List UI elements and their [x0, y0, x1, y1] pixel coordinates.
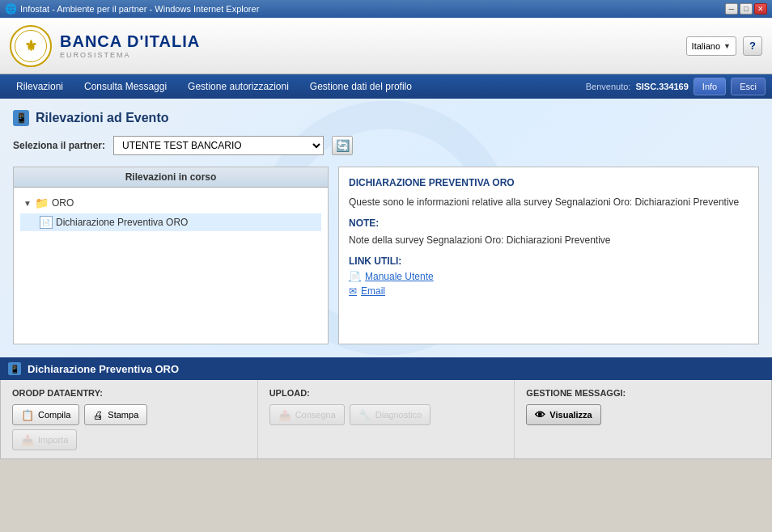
importa-button[interactable]: 📥 Importa: [12, 429, 77, 450]
orodp-row2: 📥 Importa: [12, 429, 246, 450]
upload-panel: UPLOAD: 📤 Consegna 🔧 Diagnostico: [258, 380, 515, 458]
username-label: SISC.334169: [635, 82, 688, 91]
close-button[interactable]: ✕: [754, 3, 767, 15]
minimize-button[interactable]: ─: [725, 3, 738, 15]
document-icon: 📄: [40, 216, 53, 229]
tree-area: ▼ 📁 ORO 📄 Dichiarazione Preventiva ORO: [14, 188, 328, 238]
page-title-area: 📱 Rilevazioni ad Evento: [13, 110, 759, 126]
bottom-title-icon: 📱: [8, 362, 21, 375]
titlebar-controls: ─ □ ✕: [725, 3, 767, 15]
bottom-title: Dichiarazione Preventiva ORO: [28, 363, 179, 375]
info-button[interactable]: Info: [694, 78, 726, 95]
visualizza-label: Visualizza: [549, 410, 592, 420]
nav-consulta-messaggi[interactable]: Consulta Messaggi: [74, 78, 176, 95]
help-button[interactable]: ?: [743, 36, 762, 56]
left-panel: Rilevazioni in corso ▼ 📁 ORO 📄 Dichiaraz…: [13, 167, 329, 344]
logo-emblem: ⚜: [15, 30, 47, 62]
refresh-button[interactable]: 🔄: [332, 136, 353, 155]
messaggi-title: GESTIONE MESSAGGI:: [526, 388, 760, 398]
orodp-row1: 📋 Compila 🖨 Stampa: [12, 404, 246, 425]
partner-select-container: UTENTE TEST BANCARIO: [113, 136, 324, 155]
stampa-label: Stampa: [108, 410, 138, 420]
logo-name: BANCA D'ITALIA: [60, 32, 200, 51]
maximize-button[interactable]: □: [740, 3, 753, 15]
navbar: Rilevazioni Consulta Messaggi Gestione a…: [0, 74, 772, 99]
folder-icon: 📁: [35, 196, 49, 209]
partner-select[interactable]: UTENTE TEST BANCARIO: [113, 136, 324, 155]
panel-header: Rilevazioni in corso: [14, 167, 328, 188]
page-title: Rilevazioni ad Evento: [36, 111, 168, 125]
tree-folder-oro[interactable]: ▼ 📁 ORO: [20, 194, 321, 212]
messaggi-row1: 👁 Visualizza: [526, 404, 760, 425]
content-columns: Rilevazioni in corso ▼ 📁 ORO 📄 Dichiaraz…: [13, 167, 759, 344]
logo-sub: EUROSISTEMA: [60, 51, 200, 59]
nav-gestione-dati-profilo[interactable]: Gestione dati del profilo: [300, 78, 422, 95]
orodp-title: ORODP DATAENTRY:: [12, 388, 246, 398]
language-selector[interactable]: Italiano ▼: [686, 36, 736, 56]
compila-icon: 📋: [21, 409, 34, 421]
partner-label: Seleziona il partner:: [13, 140, 105, 151]
upload-title: UPLOAD:: [269, 388, 503, 398]
main-content: 📱 Rilevazioni ad Evento Seleziona il par…: [0, 99, 772, 357]
orodp-panel: ORODP DATAENTRY: 📋 Compila 🖨 Stampa 📥 Im…: [1, 380, 258, 458]
diagnostico-button[interactable]: 🔧 Diagnostico: [350, 404, 431, 425]
header-right: Italiano ▼ ?: [686, 36, 762, 56]
link-email[interactable]: ✉ Email: [349, 285, 749, 297]
importa-label: Importa: [38, 435, 68, 445]
right-panel: DICHIARAZIONE PREVENTIVA ORO Queste sono…: [338, 167, 759, 344]
titlebar: 🌐 Infostat - Ambiente per il partner - W…: [0, 0, 772, 18]
compila-button[interactable]: 📋 Compila: [12, 404, 79, 425]
nav-gestione-autorizzazioni[interactable]: Gestione autorizzazioni: [178, 78, 299, 95]
stampa-button[interactable]: 🖨 Stampa: [84, 404, 147, 425]
nav-rilevazioni[interactable]: Rilevazioni: [6, 78, 73, 95]
logo-circle: ⚜: [10, 25, 52, 67]
notes-text: Note della survey Segnalazioni Oro: Dich…: [349, 233, 749, 247]
consegna-button[interactable]: 📤 Consegna: [269, 404, 345, 425]
logo-text: BANCA D'ITALIA EUROSISTEMA: [60, 32, 200, 59]
collapse-icon: ▼: [23, 199, 32, 208]
nav-right: Benvenuto: SISC.334169 Info Esci: [586, 78, 766, 95]
tree-item-label: Dichiarazione Preventiva ORO: [56, 217, 188, 228]
notes-title: NOTE:: [349, 217, 749, 229]
diagnostico-icon: 🔧: [358, 409, 371, 421]
tree-folder-label: ORO: [52, 197, 74, 209]
upload-buttons: 📤 Consegna 🔧 Diagnostico: [269, 404, 503, 425]
messaggi-panel: GESTIONE MESSAGGI: 👁 Visualizza: [515, 380, 771, 458]
consegna-icon: 📤: [278, 409, 291, 421]
header: ⚜ BANCA D'ITALIA EUROSISTEMA Italiano ▼ …: [0, 18, 772, 74]
visualizza-button[interactable]: 👁 Visualizza: [526, 404, 600, 425]
info-title: DICHIARAZIONE PREVENTIVA ORO: [349, 177, 749, 188]
diagnostico-label: Diagnostico: [375, 410, 422, 420]
stampa-icon: 🖨: [93, 409, 104, 421]
browser-icon: 🌐: [5, 3, 17, 15]
welcome-label: Benvenuto:: [586, 82, 631, 91]
language-label: Italiano: [692, 41, 720, 51]
bottom-section: 📱 Dichiarazione Preventiva ORO: [0, 357, 772, 380]
info-description: Queste sono le informazioni relative all…: [349, 195, 749, 209]
messaggi-buttons: 👁 Visualizza: [526, 404, 760, 425]
action-panels: ORODP DATAENTRY: 📋 Compila 🖨 Stampa 📥 Im…: [0, 380, 772, 459]
consegna-label: Consegna: [295, 410, 336, 420]
titlebar-title: Infostat - Ambiente per il partner - Win…: [20, 4, 725, 14]
logout-button[interactable]: Esci: [731, 78, 766, 95]
partner-row: Seleziona il partner: UTENTE TEST BANCAR…: [13, 136, 759, 155]
chevron-down-icon: ▼: [723, 42, 731, 50]
upload-row1: 📤 Consegna 🔧 Diagnostico: [269, 404, 503, 425]
link-email-label: Email: [361, 285, 385, 297]
tree-item-dichiarazione[interactable]: 📄 Dichiarazione Preventiva ORO: [20, 213, 321, 231]
email-link-icon: ✉: [349, 285, 357, 297]
link-manuale-label: Manuale Utente: [365, 271, 434, 282]
logo-area: ⚜ BANCA D'ITALIA EUROSISTEMA: [10, 25, 200, 67]
visualizza-icon: 👁: [535, 409, 545, 421]
link-manuale[interactable]: 📄 Manuale Utente: [349, 271, 749, 282]
links-title: LINK UTILI:: [349, 255, 749, 267]
page-title-icon: 📱: [13, 110, 29, 126]
document-link-icon: 📄: [349, 271, 361, 282]
compila-label: Compila: [38, 410, 70, 420]
orodp-buttons: 📋 Compila 🖨 Stampa 📥 Importa: [12, 404, 246, 450]
importa-icon: 📥: [21, 434, 34, 446]
